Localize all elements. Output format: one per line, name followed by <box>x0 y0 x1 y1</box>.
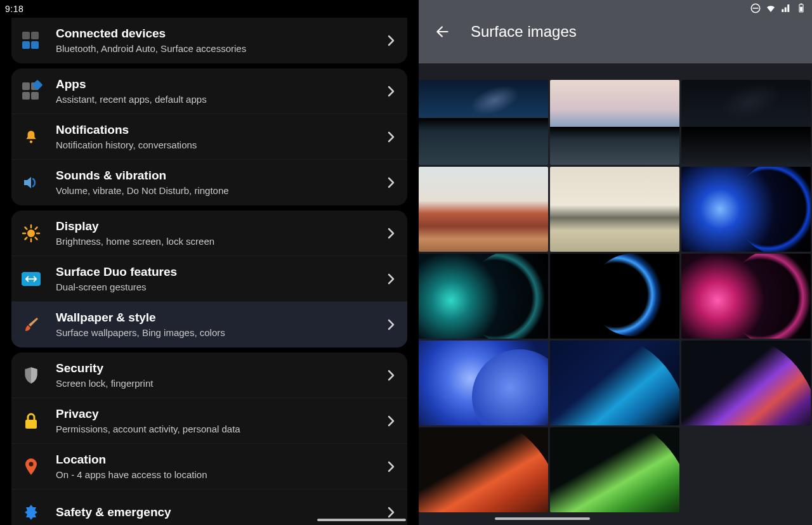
settings-item-wallpaper[interactable]: Wallpaper & styleSurface wallpapers, Bin… <box>11 302 407 347</box>
arrow-left-icon <box>435 23 451 40</box>
bell-icon <box>23 129 39 145</box>
wallpaper-mountain-night[interactable] <box>419 80 548 165</box>
settings-item-display[interactable]: DisplayBrightness, home screen, lock scr… <box>11 211 407 256</box>
status-icons <box>750 3 807 14</box>
duo-icon <box>22 272 41 286</box>
status-time: 9:18 <box>5 4 23 14</box>
brush-icon <box>22 315 41 334</box>
settings-item-connected[interactable]: Connected devicesBluetooth, Android Auto… <box>11 18 407 63</box>
item-title: Privacy <box>56 406 383 422</box>
wallpaper-wave-blue[interactable] <box>550 340 679 425</box>
item-title: Display <box>56 219 383 234</box>
wallpaper-orb-teal[interactable] <box>419 254 548 339</box>
settings-list[interactable]: Connected devicesBluetooth, Android Auto… <box>0 15 419 525</box>
item-subtitle: Bluetooth, Android Auto, Surface accesso… <box>56 42 383 55</box>
item-subtitle: Volume, vibrate, Do Not Disturb, rington… <box>56 185 383 197</box>
chevron-right-icon <box>383 84 398 99</box>
chevron-right-icon <box>383 129 398 145</box>
dnd-icon <box>750 3 761 14</box>
item-title: Wallpaper & style <box>56 310 383 325</box>
settings-item-duo[interactable]: Surface Duo featuresDual-screen gestures <box>11 256 407 302</box>
item-title: Apps <box>56 77 383 92</box>
wallpaper-wave-orange[interactable] <box>419 427 548 512</box>
settings-item-sounds[interactable]: Sounds & vibrationVolume, vibrate, Do No… <box>11 160 407 205</box>
item-subtitle: Notification history, conversations <box>56 139 383 152</box>
page-title: Surface images <box>471 23 577 41</box>
item-title: Security <box>56 361 383 376</box>
item-subtitle: Assistant, recent apps, default apps <box>56 93 383 106</box>
sun-icon <box>22 224 41 243</box>
settings-item-security[interactable]: SecurityScreen lock, fingerprint <box>11 353 407 398</box>
svg-rect-15 <box>801 4 802 5</box>
settings-item-notifications[interactable]: NotificationsNotification history, conve… <box>11 114 407 160</box>
wallpaper-desert-light[interactable] <box>550 167 679 252</box>
svg-line-6 <box>25 227 27 229</box>
location-icon <box>24 457 38 476</box>
svg-point-1 <box>27 230 35 237</box>
wallpaper-desert-red[interactable] <box>419 167 548 252</box>
svg-line-8 <box>25 237 27 239</box>
back-button[interactable] <box>431 20 454 43</box>
chevron-right-icon <box>383 226 398 241</box>
settings-group: DisplayBrightness, home screen, lock scr… <box>11 211 407 347</box>
svg-rect-10 <box>25 420 37 429</box>
shield-icon <box>23 366 39 385</box>
settings-pane: 9:18 Connected devicesBluetooth, Android… <box>0 0 419 525</box>
status-bar: 9:18 <box>0 0 419 18</box>
item-subtitle: On - 4 apps have access to location <box>56 469 383 481</box>
chevron-right-icon <box>383 317 398 332</box>
wallpaper-orb-magenta[interactable] <box>681 254 811 339</box>
wallpaper-mountain-dark[interactable] <box>681 80 811 165</box>
wallpaper-grid[interactable] <box>419 63 812 525</box>
connected-devices-icon <box>22 32 40 49</box>
wallpaper-orb-light-blue[interactable] <box>419 340 548 425</box>
settings-item-privacy[interactable]: PrivacyPermissions, account activity, pe… <box>11 398 407 444</box>
chevron-right-icon <box>383 505 398 520</box>
item-title: Connected devices <box>56 26 383 41</box>
wallpaper-picker-pane: Surface images <box>419 0 812 525</box>
item-subtitle: Surface wallpapers, Bing images, colors <box>56 327 383 339</box>
settings-item-apps[interactable]: AppsAssistant, recent apps, default apps <box>11 68 407 114</box>
svg-line-9 <box>36 227 37 229</box>
lock-icon <box>24 412 38 430</box>
scroll-indicator <box>495 517 590 520</box>
item-subtitle: Screen lock, fingerprint <box>56 377 383 390</box>
wallpaper-orb-crescent[interactable] <box>550 254 679 339</box>
wallpaper-orb-blue[interactable] <box>681 167 811 252</box>
chevron-right-icon <box>383 33 398 48</box>
item-subtitle: Brightness, home screen, lock screen <box>56 235 383 248</box>
wallpaper-wave-green[interactable] <box>550 427 679 512</box>
chevron-right-icon <box>383 413 398 429</box>
wifi-icon <box>765 3 776 14</box>
item-subtitle: Permissions, account activity, personal … <box>56 423 383 436</box>
chevron-right-icon <box>383 175 398 190</box>
settings-group: Connected devicesBluetooth, Android Auto… <box>11 18 407 63</box>
settings-item-location[interactable]: LocationOn - 4 apps have access to locat… <box>11 444 407 489</box>
sound-icon <box>22 174 41 191</box>
svg-rect-16 <box>800 7 802 11</box>
apps-icon <box>22 82 40 100</box>
scroll-indicator <box>317 519 406 521</box>
item-title: Location <box>56 452 383 467</box>
wallpaper-mountain-dusk[interactable] <box>550 80 679 165</box>
chevron-right-icon <box>383 368 398 383</box>
item-title: Sounds & vibration <box>56 168 383 183</box>
settings-group: AppsAssistant, recent apps, default apps… <box>11 68 407 205</box>
item-subtitle: Dual-screen gestures <box>56 281 383 294</box>
signal-icon <box>780 3 792 14</box>
chevron-right-icon <box>383 459 398 474</box>
svg-line-7 <box>36 237 37 239</box>
svg-point-0 <box>30 140 32 143</box>
svg-point-11 <box>29 462 34 466</box>
chevron-right-icon <box>383 271 398 287</box>
settings-group: SecurityScreen lock, fingerprintPrivacyP… <box>11 353 407 525</box>
item-title: Notifications <box>56 122 383 138</box>
medical-icon <box>22 503 40 521</box>
item-title: Safety & emergency <box>56 505 383 520</box>
item-title: Surface Duo features <box>56 264 383 280</box>
wallpaper-wave-purple[interactable] <box>681 340 811 425</box>
battery-icon <box>796 3 807 14</box>
